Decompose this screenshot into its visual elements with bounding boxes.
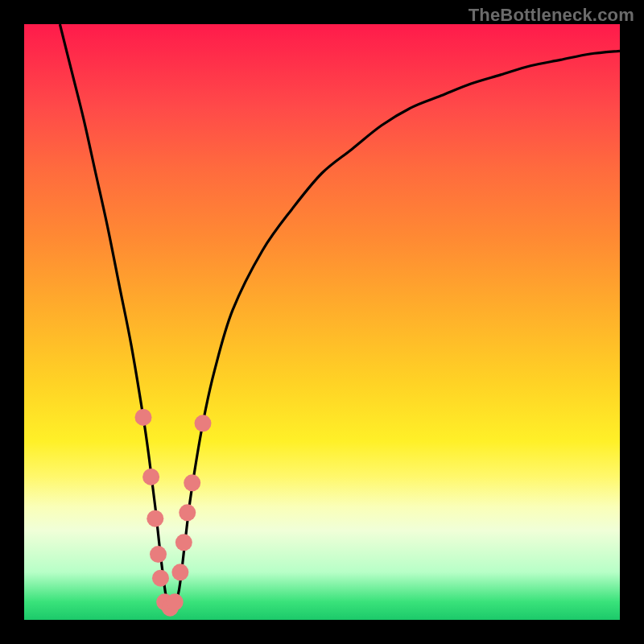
plot-area <box>24 24 620 620</box>
bottleneck-curve <box>24 24 620 620</box>
data-marker <box>135 409 152 426</box>
data-marker <box>175 534 192 551</box>
curve-line <box>60 24 620 609</box>
chart-frame: TheBottleneck.com <box>0 0 644 644</box>
watermark-text: TheBottleneck.com <box>469 5 634 26</box>
data-marker <box>195 415 212 431</box>
data-marker <box>179 504 196 521</box>
data-marker <box>184 474 200 491</box>
data-marker <box>171 564 188 580</box>
data-marker <box>142 469 159 485</box>
data-marker <box>167 593 184 610</box>
data-marker <box>150 546 167 563</box>
data-marker <box>152 570 169 587</box>
data-marker <box>147 510 163 527</box>
